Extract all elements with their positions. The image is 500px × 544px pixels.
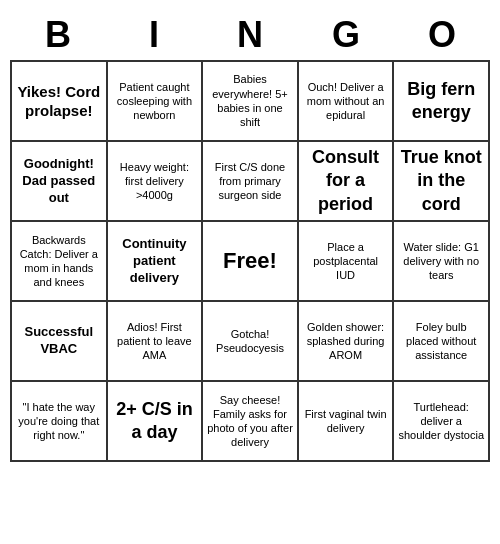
bingo-cell-17[interactable]: Gotcha! Pseudocyesis (203, 302, 299, 382)
bingo-cell-22[interactable]: Say cheese! Family asks for photo of you… (203, 382, 299, 462)
bingo-cell-18[interactable]: Golden shower: splashed during AROM (299, 302, 395, 382)
bingo-cell-24[interactable]: Turtlehead: deliver a shoulder dystocia (394, 382, 490, 462)
bingo-cell-6[interactable]: Heavy weight: first delivery >4000g (108, 142, 204, 222)
bingo-cell-10[interactable]: Backwards Catch: Deliver a mom in hands … (12, 222, 108, 302)
bingo-cell-7[interactable]: First C/S done from primary surgeon side (203, 142, 299, 222)
header-o: O (394, 10, 490, 60)
bingo-header: B I N G O (10, 10, 490, 60)
header-n: N (202, 10, 298, 60)
bingo-cell-15[interactable]: Successful VBAC (12, 302, 108, 382)
bingo-cell-20[interactable]: "I hate the way you're doing that right … (12, 382, 108, 462)
bingo-cell-5[interactable]: Goodnight! Dad passed out (12, 142, 108, 222)
bingo-card: B I N G O Yikes! Cord prolapse!Patient c… (10, 10, 490, 462)
bingo-cell-2[interactable]: Babies everywhere! 5+ babies in one shif… (203, 62, 299, 142)
bingo-cell-3[interactable]: Ouch! Deliver a mom without an epidural (299, 62, 395, 142)
header-i: I (106, 10, 202, 60)
bingo-cell-0[interactable]: Yikes! Cord prolapse! (12, 62, 108, 142)
bingo-cell-8[interactable]: Consult for a period (299, 142, 395, 222)
bingo-cell-11[interactable]: Continuity patient delivery (108, 222, 204, 302)
bingo-cell-23[interactable]: First vaginal twin delivery (299, 382, 395, 462)
bingo-grid: Yikes! Cord prolapse!Patient caught cosl… (10, 60, 490, 462)
bingo-cell-14[interactable]: Water slide: G1 delivery with no tears (394, 222, 490, 302)
bingo-cell-1[interactable]: Patient caught cosleeping with newborn (108, 62, 204, 142)
bingo-cell-16[interactable]: Adios! First patient to leave AMA (108, 302, 204, 382)
header-b: B (10, 10, 106, 60)
header-g: G (298, 10, 394, 60)
bingo-cell-19[interactable]: Foley bulb placed without assistance (394, 302, 490, 382)
bingo-cell-12[interactable]: Free! (203, 222, 299, 302)
bingo-cell-13[interactable]: Place a postplacental IUD (299, 222, 395, 302)
bingo-cell-4[interactable]: Big fern energy (394, 62, 490, 142)
bingo-cell-9[interactable]: True knot in the cord (394, 142, 490, 222)
bingo-cell-21[interactable]: 2+ C/S in a day (108, 382, 204, 462)
